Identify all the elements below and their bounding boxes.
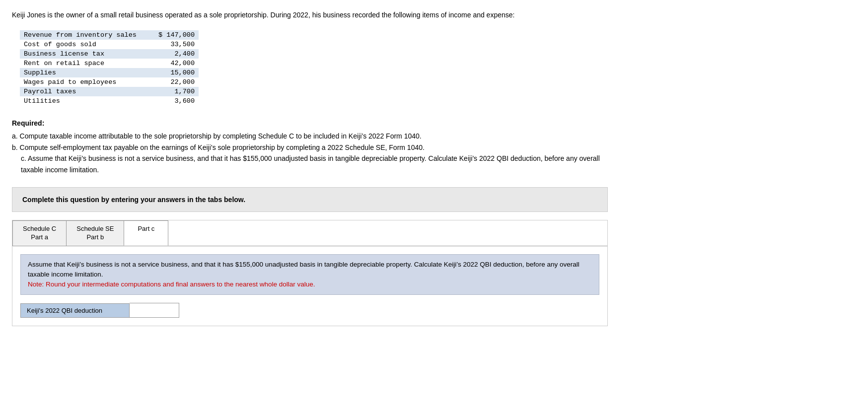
- data-item-value-7: 3,600: [149, 96, 199, 106]
- data-item-label-6: Payroll taxes: [20, 87, 149, 96]
- intro-paragraph: Keiji Jones is the owner of a small reta…: [12, 10, 608, 20]
- tab-part-c[interactable]: Part c: [124, 220, 168, 246]
- tabs-header: Schedule C Part a Schedule SE Part b Par…: [12, 220, 607, 246]
- data-item-value-6: 1,700: [149, 87, 199, 96]
- complete-box-text: Complete this question by entering your …: [22, 196, 597, 204]
- required-section: Required: a. Compute taxable income attr…: [12, 118, 608, 175]
- tab-schedule-se[interactable]: Schedule SE Part b: [66, 220, 124, 246]
- required-item-2: c. Assume that Keiji’s business is not a…: [21, 153, 608, 175]
- data-item-value-3: 42,000: [149, 59, 199, 68]
- required-item-1: b. Compute self-employment tax payable o…: [12, 142, 608, 153]
- part-c-description-box: Assume that Keiji’s business is not a se…: [20, 254, 599, 295]
- income-expense-table: Revenue from inventory sales$ 147,000Cos…: [20, 30, 856, 106]
- data-item-label-7: Utilities: [20, 96, 149, 106]
- data-item-label-3: Rent on retail space: [20, 59, 149, 68]
- data-item-label-5: Wages paid to employees: [20, 77, 149, 87]
- data-item-value-0: $ 147,000: [149, 30, 199, 40]
- tabs-container: Schedule C Part a Schedule SE Part b Par…: [12, 220, 608, 327]
- qbi-input[interactable]: [130, 303, 179, 318]
- data-item-label-1: Cost of goods sold: [20, 40, 149, 49]
- data-item-label-2: Business license tax: [20, 49, 149, 59]
- required-item-0: a. Compute taxable income attributable t…: [12, 131, 608, 141]
- tab-schedule-c[interactable]: Schedule C Part a: [12, 220, 67, 246]
- data-item-value-5: 22,000: [149, 77, 199, 87]
- part-c-note: Note: Round your intermediate computatio…: [28, 280, 315, 288]
- required-label: Required:: [12, 118, 608, 129]
- data-item-label-4: Supplies: [20, 68, 149, 77]
- complete-box: Complete this question by entering your …: [12, 187, 608, 212]
- data-item-value-2: 2,400: [149, 49, 199, 59]
- data-item-value-1: 33,500: [149, 40, 199, 49]
- data-item-value-4: 15,000: [149, 68, 199, 77]
- qbi-label: Keiji's 2022 QBI deduction: [20, 303, 130, 318]
- data-item-label-0: Revenue from inventory sales: [20, 30, 149, 40]
- qbi-row: Keiji's 2022 QBI deduction: [20, 303, 599, 318]
- part-c-description-text: Assume that Keiji’s business is not a se…: [28, 261, 579, 278]
- tab-content-part-c: Assume that Keiji’s business is not a se…: [12, 246, 607, 326]
